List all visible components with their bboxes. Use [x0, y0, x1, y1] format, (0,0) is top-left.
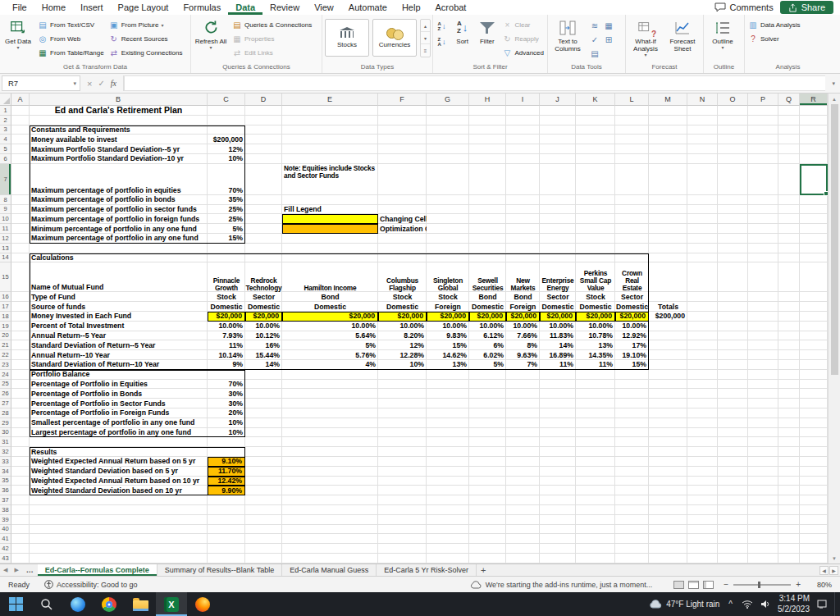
properties-button[interactable]: ▦Properties: [230, 32, 314, 46]
cell-B5[interactable]: Maximum Portfolio Standard Deviation--5 …: [30, 144, 208, 154]
cell-E20[interactable]: 5.64%: [282, 331, 378, 341]
ribbon-tab-data[interactable]: Data: [228, 0, 262, 15]
cell-C6[interactable]: 10%: [208, 154, 245, 164]
cell-J22[interactable]: 16.89%: [540, 350, 576, 360]
cell-B32[interactable]: Results: [30, 447, 208, 457]
cell-H15[interactable]: Sewell Securities: [469, 262, 506, 292]
row-header-37[interactable]: 37: [0, 495, 11, 505]
cell-L17[interactable]: Domestic: [615, 302, 649, 312]
cell-B28[interactable]: Percentage of Portfolio in Foreign Funds: [30, 408, 208, 418]
sort-button[interactable]: AZ ↓ Sort: [450, 16, 474, 45]
row-header-1[interactable]: 1: [0, 106, 11, 116]
column-header-G[interactable]: G: [427, 94, 469, 106]
sheet-tab-ed-carla-manual-guess[interactable]: Ed-Carla Manual Guess: [282, 564, 377, 576]
cell-I21[interactable]: 8%: [506, 340, 540, 350]
cell-B30[interactable]: Largest percentage of portfolio in any o…: [30, 428, 208, 438]
wifi-icon[interactable]: [742, 600, 753, 609]
row-header-41[interactable]: 41: [0, 534, 11, 544]
cell-C35[interactable]: 12.42%: [208, 477, 245, 486]
taskbar-search-button[interactable]: [31, 592, 62, 616]
column-header-E[interactable]: E: [282, 94, 378, 106]
cell-G23[interactable]: 13%: [427, 360, 469, 370]
edit-links-button[interactable]: ⇄Edit Links: [230, 46, 314, 60]
cell-K17[interactable]: Domestic: [576, 302, 615, 312]
cell-B12[interactable]: Maximum percentage of portfolio in any o…: [30, 234, 208, 244]
cell-D19[interactable]: 10.00%: [245, 322, 282, 331]
zoom-percent[interactable]: 80%: [809, 581, 832, 589]
cell-L16[interactable]: Sector: [615, 292, 649, 302]
row-header-8[interactable]: 8: [0, 195, 11, 205]
cell-L23[interactable]: 15%: [615, 360, 649, 370]
sheet-tab-ed-carla-formulas-complete[interactable]: Ed-Carla--Formulas Complete: [38, 564, 158, 576]
taskbar-excel-button[interactable]: X: [156, 592, 187, 616]
cell-C9[interactable]: 25%: [208, 205, 245, 215]
zoom-in-button[interactable]: +: [796, 580, 801, 589]
taskbar-weather[interactable]: 47°F Light rain: [649, 600, 719, 609]
column-header-N[interactable]: N: [687, 94, 718, 106]
sheet-tab-summary-of-results-blank-table[interactable]: Summary of Results--Blank Table: [158, 564, 282, 576]
cell-L21[interactable]: 17%: [615, 340, 649, 350]
ribbon-tab-automate[interactable]: Automate: [341, 0, 395, 15]
cell-H20[interactable]: 6.12%: [469, 331, 506, 341]
column-header-M[interactable]: M: [649, 94, 687, 106]
scroll-up-button[interactable]: ▲: [832, 94, 837, 104]
cell-G17[interactable]: Foreign: [427, 302, 469, 312]
row-header-21[interactable]: 21: [0, 340, 11, 350]
cell-D15[interactable]: Redrock Technology: [245, 262, 282, 292]
ribbon-tab-review[interactable]: Review: [262, 0, 307, 15]
cell-I15[interactable]: New Markets: [506, 262, 540, 292]
cell-C4[interactable]: $200,000: [208, 135, 245, 144]
cell-B14[interactable]: Calculations: [30, 253, 208, 263]
cell-B9[interactable]: Maximum percentage of portfolio in secto…: [30, 205, 208, 215]
row-header-22[interactable]: 22: [0, 350, 11, 360]
cell-B36[interactable]: Weighted Standard Deviation based on 10 …: [30, 486, 208, 495]
cell-C7[interactable]: 70%: [208, 164, 245, 195]
cell-B7[interactable]: Maximum percentage of portfolio in equit…: [30, 164, 208, 195]
from-picture-button[interactable]: ▣From Picture▾: [107, 18, 185, 32]
column-header-D[interactable]: D: [245, 94, 282, 106]
cell-C11[interactable]: 5%: [208, 224, 245, 234]
row-header-36[interactable]: 36: [0, 486, 11, 495]
remove-duplicates-button[interactable]: ▦: [602, 19, 615, 32]
column-header-P[interactable]: P: [748, 94, 778, 106]
row-header-34[interactable]: 34: [0, 467, 11, 477]
gallery-more-icon[interactable]: ≡: [421, 44, 430, 57]
row-header-33[interactable]: 33: [0, 457, 11, 467]
row-header-31[interactable]: 31: [0, 437, 11, 447]
show-desktop-button[interactable]: [834, 592, 838, 616]
scroll-down-icon[interactable]: ▾: [421, 32, 430, 44]
select-all-corner[interactable]: [0, 94, 11, 106]
cell-F11[interactable]: Optimization Cell: [378, 224, 427, 234]
cell-B25[interactable]: Percentage of Portfolio in Equities: [30, 380, 208, 390]
cell-E15[interactable]: Hamilton Income: [282, 262, 378, 292]
sheet-nav-next[interactable]: ▶: [11, 564, 21, 576]
cell-K15[interactable]: Perkins Small Cap Value: [576, 262, 615, 292]
cell-B20[interactable]: Annual Return--5 Year: [30, 331, 208, 341]
existing-connections-button[interactable]: ⇄Existing Connections: [107, 46, 185, 60]
sheet-tab-ed-carla-5-yr-risk-solver[interactable]: Ed-Carla 5 Yr Risk-Solver: [377, 564, 477, 576]
column-header-J[interactable]: J: [540, 94, 576, 106]
cell-G20[interactable]: 9.83%: [427, 331, 469, 341]
cell-B34[interactable]: Weighted Standard Deviation based on 5 y…: [30, 467, 208, 477]
row-header-29[interactable]: 29: [0, 418, 11, 428]
row-header-7[interactable]: 7: [0, 164, 11, 195]
cell-J15[interactable]: Enterprise Energy: [540, 262, 576, 292]
row-header-15[interactable]: 15: [0, 262, 11, 292]
cell-L22[interactable]: 19.10%: [615, 350, 649, 360]
filter-button[interactable]: Filter: [474, 16, 500, 45]
cell-B26[interactable]: Percentage of Portfolio in Bonds: [30, 389, 208, 399]
cell-L15[interactable]: Crown Real Estate: [615, 262, 649, 292]
share-button[interactable]: Share: [780, 1, 833, 14]
row-header-42[interactable]: 42: [0, 544, 11, 554]
action-center-icon[interactable]: [817, 600, 827, 609]
cell-B22[interactable]: Annual Return--10 Year: [30, 350, 208, 360]
taskbar-edge-button[interactable]: [62, 592, 94, 616]
cell-M18[interactable]: $200,000: [649, 312, 687, 322]
cell-B8[interactable]: Maximum percentage of portfolio in bonds: [30, 195, 208, 205]
cell-C28[interactable]: 20%: [208, 408, 245, 418]
taskbar-firefox-button[interactable]: [187, 592, 218, 616]
taskbar-chrome-button[interactable]: [94, 592, 125, 616]
cell-D23[interactable]: 14%: [245, 360, 282, 370]
relationships-button[interactable]: ▤: [588, 47, 601, 60]
cell-C22[interactable]: 10.14%: [208, 350, 245, 360]
